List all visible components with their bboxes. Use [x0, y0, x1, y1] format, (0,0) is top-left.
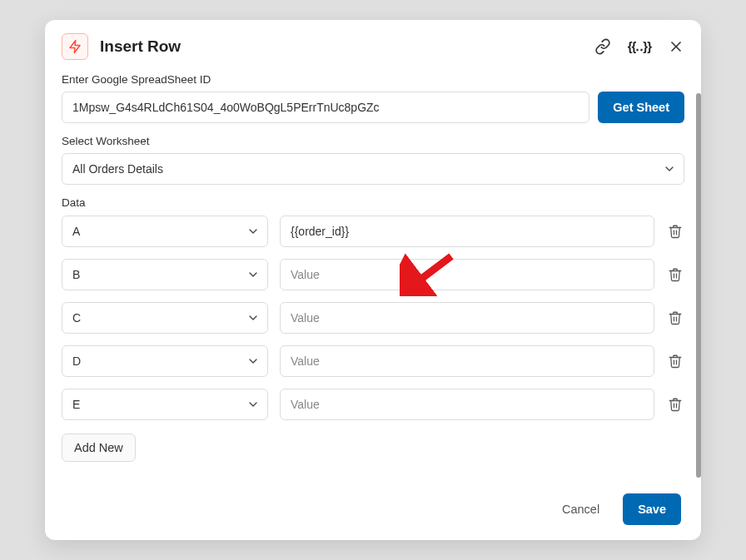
column-select[interactable]: D: [62, 345, 268, 377]
modal-footer: Cancel Save: [45, 481, 701, 540]
get-sheet-button[interactable]: Get Sheet: [598, 92, 684, 123]
trash-icon: [668, 310, 683, 326]
trash-icon: [668, 266, 683, 283]
data-row: B: [62, 259, 684, 290]
column-select[interactable]: E: [62, 389, 268, 420]
data-row: A: [62, 216, 684, 247]
column-select-value: B: [72, 268, 80, 281]
value-input[interactable]: [280, 389, 654, 420]
spreadsheet-id-group: Enter Google SpreadSheet ID Get Sheet: [62, 73, 684, 123]
delete-row-button[interactable]: [666, 265, 684, 284]
worksheet-group: Select Worksheet All Orders Details: [62, 135, 684, 185]
column-select[interactable]: A: [62, 216, 268, 247]
column-select-value: E: [72, 398, 80, 411]
column-select[interactable]: B: [62, 259, 268, 290]
value-input[interactable]: [280, 345, 654, 377]
value-input[interactable]: [280, 216, 654, 247]
value-input[interactable]: [280, 302, 654, 334]
scrollbar-track[interactable]: [696, 93, 701, 478]
worksheet-select[interactable]: All Orders Details: [62, 153, 684, 185]
close-icon[interactable]: [668, 38, 684, 55]
delete-row-button[interactable]: [666, 352, 684, 370]
delete-row-button[interactable]: [666, 395, 684, 414]
add-new-button[interactable]: Add New: [62, 434, 136, 462]
modal-header: Insert Row {{‥}}: [45, 20, 701, 68]
trash-icon: [668, 223, 683, 240]
data-group: Data ABCDE Add New: [62, 196, 684, 462]
header-actions: {{‥}}: [594, 38, 684, 55]
trash-icon: [668, 396, 683, 413]
delete-row-button[interactable]: [666, 309, 684, 327]
data-label: Data: [62, 196, 684, 209]
value-input[interactable]: [280, 259, 654, 290]
data-row: E: [62, 389, 684, 420]
worksheet-select-value: All Orders Details: [72, 162, 163, 176]
modal-body: Enter Google SpreadSheet ID Get Sheet Se…: [45, 68, 701, 481]
save-button[interactable]: Save: [623, 493, 681, 525]
bindings-icon[interactable]: {{‥}}: [628, 39, 651, 54]
data-row: D: [62, 345, 684, 377]
modal-title: Insert Row: [100, 37, 594, 56]
column-select-value: C: [72, 311, 81, 325]
insert-row-modal: Insert Row {{‥}}: [45, 20, 701, 540]
link-icon[interactable]: [594, 38, 611, 55]
data-row: C: [62, 302, 684, 334]
column-select-value: D: [72, 354, 81, 368]
cancel-button[interactable]: Cancel: [547, 493, 614, 525]
column-select-value: A: [72, 225, 80, 238]
spreadsheet-id-label: Enter Google SpreadSheet ID: [62, 73, 684, 86]
action-icon: [62, 33, 88, 60]
trash-icon: [668, 353, 683, 369]
spreadsheet-id-input[interactable]: [62, 92, 589, 123]
worksheet-label: Select Worksheet: [62, 135, 684, 147]
column-select[interactable]: C: [62, 302, 268, 334]
delete-row-button[interactable]: [666, 222, 684, 240]
